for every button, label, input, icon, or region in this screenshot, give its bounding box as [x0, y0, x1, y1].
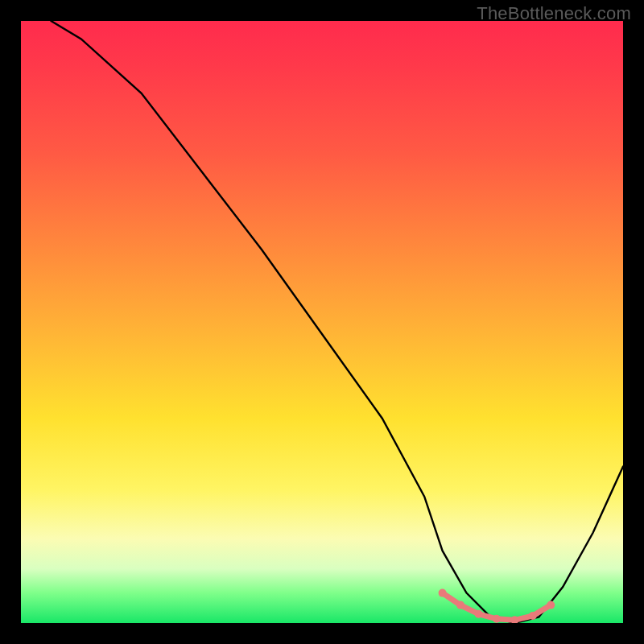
chart-frame: TheBottleneck.com [0, 0, 644, 644]
plot-area [21, 21, 623, 623]
